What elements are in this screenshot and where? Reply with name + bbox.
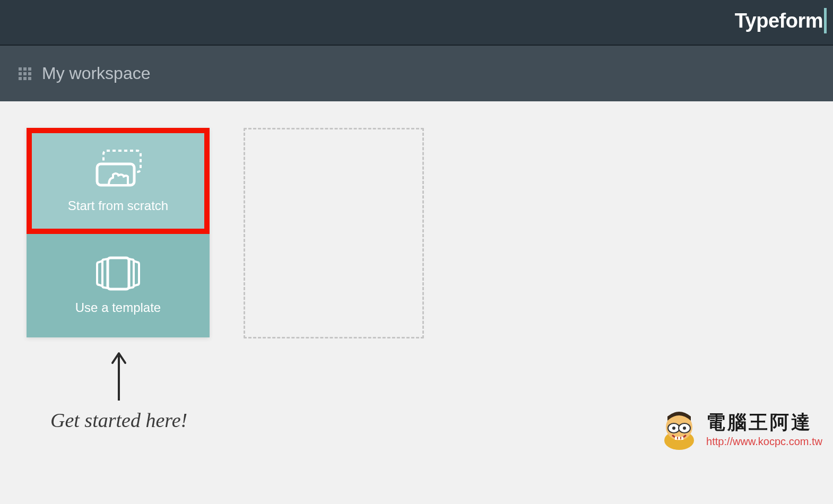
scratch-icon xyxy=(93,149,143,189)
brand-logo: Typeform xyxy=(735,8,830,37)
get-started-annotation: Get started here! xyxy=(50,350,187,432)
start-from-scratch-button[interactable]: Start from scratch xyxy=(27,128,210,234)
create-options-stack: Start from scratch Use a template xyxy=(27,128,210,337)
svg-point-8 xyxy=(672,427,675,430)
watermark-title: 電腦王阿達 xyxy=(706,410,822,436)
use-template-button[interactable]: Use a template xyxy=(27,234,210,337)
template-icon xyxy=(93,256,143,291)
svg-point-9 xyxy=(683,427,686,430)
workspace-title: My workspace xyxy=(42,64,151,83)
empty-form-placeholder[interactable] xyxy=(244,128,424,338)
template-label: Use a template xyxy=(75,300,161,315)
watermark: 電腦王阿達 http://www.kocpc.com.tw xyxy=(657,406,822,451)
watermark-url: http://www.kocpc.com.tw xyxy=(706,436,822,448)
svg-rect-11 xyxy=(678,437,680,440)
watermark-avatar-icon xyxy=(657,406,702,451)
brand-cursor-icon xyxy=(824,8,827,33)
grid-icon[interactable] xyxy=(19,67,31,80)
workspace-header: My workspace xyxy=(0,46,833,101)
annotation-text: Get started here! xyxy=(50,409,187,432)
scratch-label: Start from scratch xyxy=(68,198,168,213)
brand-text: Typeform xyxy=(735,10,823,32)
watermark-text-block: 電腦王阿達 http://www.kocpc.com.tw xyxy=(706,410,822,448)
svg-rect-2 xyxy=(108,258,129,289)
content-area: Start from scratch Use a template xyxy=(0,101,833,365)
arrow-up-icon xyxy=(108,350,129,403)
svg-rect-10 xyxy=(675,437,677,440)
top-header: Typeform xyxy=(0,0,833,46)
svg-rect-12 xyxy=(681,437,683,440)
